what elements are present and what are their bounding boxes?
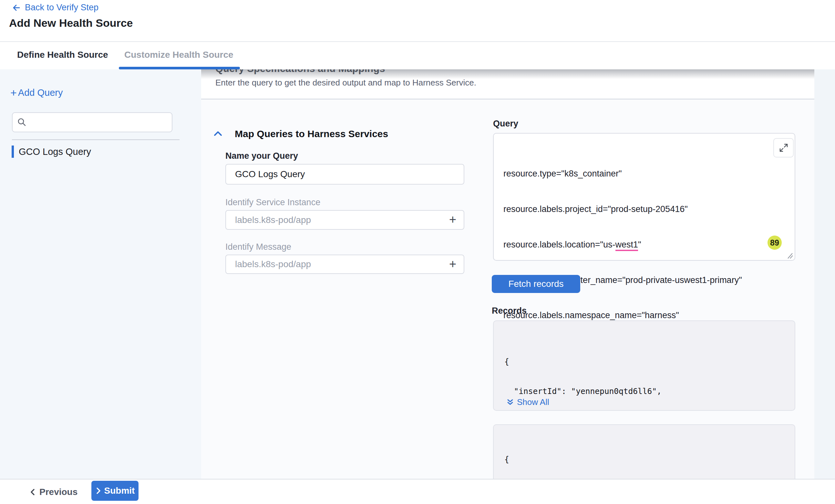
- page: Back to Verify Step Add New Health Sourc…: [0, 0, 835, 504]
- identify-message-input[interactable]: [225, 255, 464, 274]
- query-search: [12, 112, 172, 132]
- record-card: { "insertId": "r6rk2tnah3owf5eh", "jsonP…: [493, 424, 795, 479]
- search-input[interactable]: [12, 112, 172, 132]
- fetch-records-button[interactable]: Fetch records: [492, 275, 580, 293]
- add-service-instance-path-icon[interactable]: +: [446, 213, 459, 226]
- tab-define-health-source[interactable]: Define Health Source: [17, 50, 108, 60]
- add-query-label: Add Query: [18, 87, 63, 98]
- section-header: Query Specifications and Mappings Enter …: [201, 69, 814, 99]
- name-query-input[interactable]: [225, 164, 464, 185]
- record-card: { "insertId": "yennepun0qtd6ll6", "jsonP…: [493, 320, 795, 411]
- submit-label: Submit: [104, 486, 135, 496]
- header: Back to Verify Step Add New Health Sourc…: [0, 0, 835, 42]
- previous-button[interactable]: Previous: [27, 480, 79, 504]
- active-tab-underline: [119, 67, 240, 69]
- query-list-item-gco-logs[interactable]: GCO Logs Query: [0, 146, 181, 159]
- add-query-button[interactable]: + Add Query: [10, 87, 63, 98]
- right-gutter: [814, 69, 835, 479]
- query-label: Query: [493, 119, 518, 129]
- scroll-shadow: [201, 69, 814, 79]
- back-link-label: Back to Verify Step: [25, 3, 99, 13]
- chevron-right-icon: [95, 487, 102, 495]
- expand-icon: [778, 143, 789, 153]
- collapse-chevron-up-icon[interactable]: [212, 129, 223, 139]
- query-line: resource.labels.namespace_name="harness": [503, 310, 742, 321]
- record-json: { "insertId": "r6rk2tnah3owf5eh", "jsonP…: [504, 435, 795, 479]
- footer-bar: Previous Submit: [0, 479, 835, 504]
- resize-handle[interactable]: [786, 252, 794, 259]
- match-count-badge: 89: [768, 235, 782, 250]
- map-queries-title: Map Queries to Harness Services: [235, 128, 388, 140]
- double-chevron-down-icon: [507, 398, 514, 406]
- arrow-left-icon: [11, 3, 20, 13]
- query-item-label: GCO Logs Query: [19, 146, 91, 157]
- expand-query-button[interactable]: [773, 138, 794, 158]
- add-message-path-icon[interactable]: +: [446, 258, 459, 271]
- show-all-label: Show All: [517, 397, 549, 407]
- query-line: resource.labels.project_id="prod-setup-2…: [503, 203, 742, 215]
- spellcheck-underline: west1: [615, 240, 638, 251]
- identify-service-instance-label: Identify Service Instance: [225, 197, 320, 208]
- selected-item-bar: [12, 146, 14, 158]
- page-title: Add New Health Source: [9, 17, 133, 29]
- section-description: Enter the query to get the desired outpu…: [216, 78, 476, 88]
- identify-message-label: Identify Message: [225, 242, 291, 252]
- sidebar-divider: [12, 140, 180, 140]
- records-label: Records: [492, 306, 527, 316]
- tab-bar: Define Health Source Customize Health So…: [0, 42, 835, 70]
- query-editor[interactable]: resource.type="k8s_container" resource.l…: [493, 133, 795, 261]
- query-line: resource.type="k8s_container": [503, 168, 742, 180]
- back-link[interactable]: Back to Verify Step: [11, 3, 99, 13]
- show-all-link[interactable]: Show All: [507, 397, 549, 407]
- submit-button[interactable]: Submit: [91, 481, 139, 501]
- previous-label: Previous: [39, 487, 78, 497]
- search-icon: [17, 117, 27, 129]
- identify-service-instance-input[interactable]: [225, 210, 464, 230]
- sidebar: + Add Query GCO Logs Query: [0, 69, 201, 479]
- chevron-left-icon: [29, 488, 36, 496]
- tab-customize-health-source[interactable]: Customize Health Source: [124, 50, 233, 60]
- plus-icon: +: [10, 87, 17, 98]
- query-line: resource.labels.location="us-west1": [503, 239, 742, 251]
- name-query-label: Name your Query: [225, 151, 298, 161]
